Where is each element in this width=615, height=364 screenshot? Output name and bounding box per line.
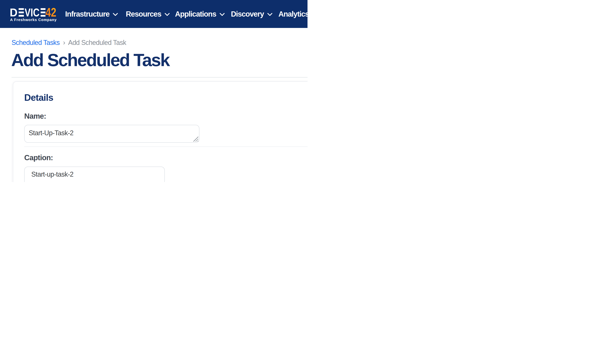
svg-text:A Freshworks Company: A Freshworks Company <box>10 18 57 22</box>
svg-text:VIC: VIC <box>25 6 39 19</box>
svg-text:D: D <box>10 6 17 19</box>
svg-text:42: 42 <box>45 5 56 19</box>
